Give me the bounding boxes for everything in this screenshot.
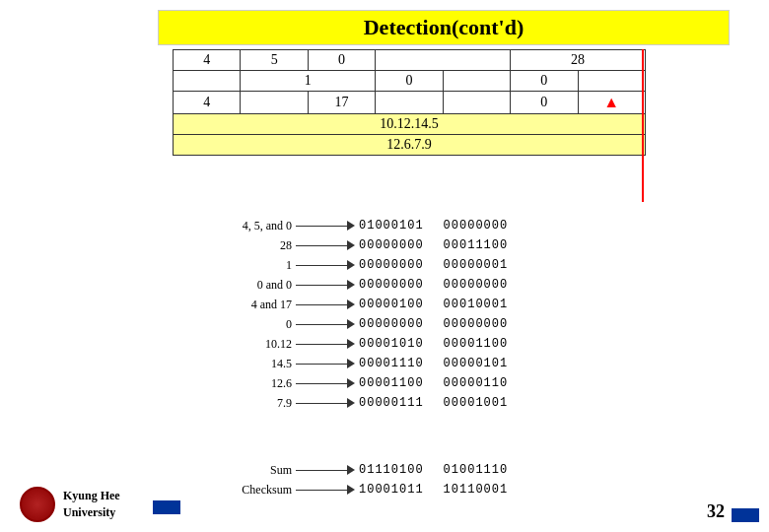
- bin2: 00000000: [444, 219, 509, 233]
- cell: 5: [241, 50, 308, 71]
- cell: [376, 92, 443, 114]
- cell: [443, 71, 510, 92]
- diagram-label: 7.9: [168, 396, 296, 411]
- bin1: 00000111: [359, 396, 424, 410]
- cell: 1: [241, 71, 376, 92]
- diagram-row: 10.12 00001010 00001100: [168, 335, 749, 353]
- cell: [241, 92, 308, 114]
- diagram-label: 14.5: [168, 357, 296, 371]
- arrow-line: [296, 319, 355, 329]
- bin2: 00010001: [444, 298, 509, 311]
- bin2: 00001001: [444, 396, 509, 410]
- cell: 28: [511, 50, 646, 71]
- diagram-label: 0: [168, 317, 296, 332]
- cell: 4: [174, 92, 241, 114]
- diagram-label: 4 and 17: [168, 298, 296, 312]
- binary-values: 01000101 00000000: [359, 219, 508, 233]
- table-row: 10.12.14.5: [174, 114, 646, 135]
- diagram-row: 4, 5, and 0 01000101 00000000: [168, 217, 749, 234]
- arrow-line: [296, 359, 355, 368]
- bin2: 00000001: [444, 258, 509, 272]
- bin2: 00000000: [444, 278, 509, 292]
- checksum-row: Checksum 10001011 10110001: [168, 481, 749, 499]
- diagram-row: 4 and 17 00000100 00010001: [168, 296, 749, 313]
- arrow-line: [296, 378, 355, 388]
- diagram-area: 4, 5, and 0 01000101 00000000 28 0000000…: [168, 217, 749, 414]
- diagram-label: 0 and 0: [168, 278, 296, 293]
- arrow-line: [296, 339, 355, 349]
- bin1: 00000000: [359, 278, 424, 292]
- checksum-bin1: 10001011: [359, 483, 424, 497]
- arrow-line: [296, 465, 355, 475]
- diagram-label: 10.12: [168, 337, 296, 352]
- diagram-row: 7.9 00000111 00001001: [168, 394, 749, 412]
- cell: 0: [308, 50, 375, 71]
- sum-bin1: 01110100: [359, 463, 424, 477]
- cell: 17: [308, 92, 375, 114]
- bin2: 00011100: [444, 238, 509, 252]
- arrow-line: [296, 398, 355, 408]
- page: Detection(cont'd) 4 5 0 28 1 0 0: [0, 0, 769, 532]
- university-logo: [20, 487, 55, 522]
- bin1: 00000000: [359, 258, 424, 272]
- diagram-label: 12.6: [168, 376, 296, 391]
- binary-values: 00000000 00000000: [359, 278, 508, 292]
- binary-values: 00000000 00000000: [359, 317, 508, 331]
- cell: 4: [174, 50, 241, 71]
- arrow-line: [296, 240, 355, 250]
- bin1: 00001110: [359, 357, 424, 370]
- bin2: 00000000: [444, 317, 509, 331]
- sum-bin2: 01001110: [444, 463, 509, 477]
- diagram-row: 1 00000000 00000001: [168, 256, 749, 274]
- binary-values: 10001011 10110001: [359, 483, 508, 497]
- cell: [174, 71, 241, 92]
- diagram-row: 0 00000000 00000000: [168, 315, 749, 333]
- checksum-bin2: 10110001: [444, 483, 509, 497]
- main-table-container: 4 5 0 28 1 0 0 4 17: [173, 49, 646, 156]
- bin1: 00001100: [359, 376, 424, 390]
- checksum-label: Checksum: [168, 483, 296, 498]
- cell: 10.12.14.5: [174, 114, 646, 135]
- arrow-line: [296, 260, 355, 270]
- arrow-line: [296, 280, 355, 290]
- binary-values: 00000111 00001001: [359, 396, 508, 410]
- diagram-label: 1: [168, 258, 296, 273]
- table-row: 1 0 0: [174, 71, 646, 92]
- data-table: 4 5 0 28 1 0 0 4 17: [173, 49, 646, 156]
- binary-values: 00000100 00010001: [359, 298, 508, 311]
- cell: 0: [376, 71, 443, 92]
- bin2: 00001100: [444, 337, 509, 351]
- blue-rect-right: [732, 508, 759, 522]
- diagram-row: 28 00000000 00011100: [168, 236, 749, 254]
- cell: 0: [511, 71, 578, 92]
- bin1: 00000000: [359, 238, 424, 252]
- cell: [376, 50, 511, 71]
- page-number: 32: [707, 501, 725, 522]
- university-name: Kyung Hee University: [63, 488, 120, 521]
- page-title: Detection(cont'd): [364, 15, 524, 39]
- binary-values: 00001100 00000110: [359, 376, 508, 390]
- cell: 0: [511, 92, 578, 114]
- binary-values: 00000000 00011100: [359, 238, 508, 252]
- bin1: 00000100: [359, 298, 424, 311]
- binary-values: 01110100 01001110: [359, 463, 508, 477]
- bin2: 00000110: [444, 376, 509, 390]
- binary-values: 00001010 00001100: [359, 337, 508, 351]
- diagram-row: 12.6 00001100 00000110: [168, 374, 749, 392]
- bin2: 00000101: [444, 357, 509, 370]
- cell: [578, 71, 645, 92]
- diagram-label: 28: [168, 238, 296, 253]
- arrow-line: [296, 221, 355, 231]
- arrow-line: [296, 299, 355, 309]
- cell: 12.6.7.9: [174, 135, 646, 156]
- table-row: 12.6.7.9: [174, 135, 646, 156]
- title-bar: Detection(cont'd): [158, 10, 730, 45]
- bin1: 01000101: [359, 219, 424, 233]
- sum-row: Sum 01110100 01001110: [168, 461, 749, 479]
- bin1: 00001010: [359, 337, 424, 351]
- diagram-label: 4, 5, and 0: [168, 219, 296, 233]
- university-line1: Kyung Hee: [63, 489, 120, 502]
- table-row: 4 17 0 ▲: [174, 92, 646, 114]
- diagram-row: 14.5 00001110 00000101: [168, 355, 749, 372]
- binary-values: 00001110 00000101: [359, 357, 508, 370]
